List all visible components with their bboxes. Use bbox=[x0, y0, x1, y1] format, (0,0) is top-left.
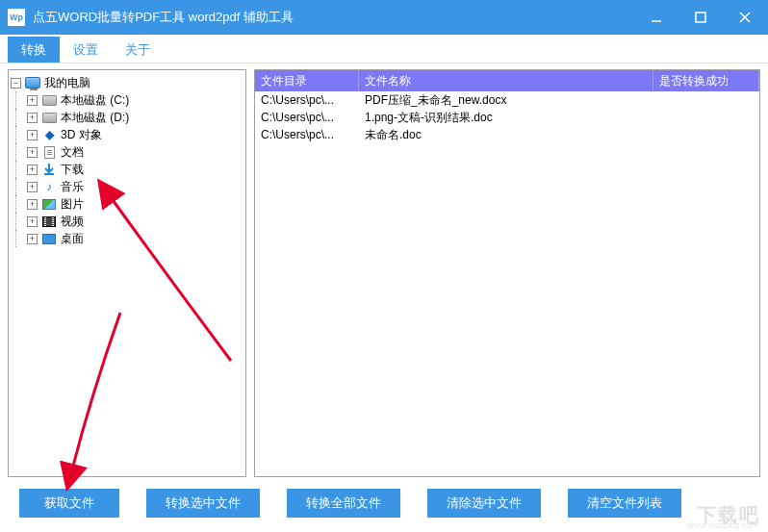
clear-selected-button[interactable]: 清除选中文件 bbox=[427, 489, 541, 518]
cell-dir: C:\Users\pc\... bbox=[255, 111, 359, 124]
cell-dir: C:\Users\pc\... bbox=[255, 93, 359, 107]
expand-icon[interactable]: + bbox=[27, 216, 38, 227]
svg-rect-1 bbox=[696, 13, 705, 22]
cell-name: PDF压缩_未命名_new.docx bbox=[359, 92, 653, 109]
cell-dir: C:\Users\pc\... bbox=[255, 128, 359, 141]
tree-item-disk-c[interactable]: +本地磁盘 (C:) bbox=[11, 91, 243, 109]
window-title: 点五WORD批量转PDF工具 word2pdf 辅助工具 bbox=[33, 9, 647, 26]
disk-icon bbox=[41, 111, 57, 124]
col-header-name[interactable]: 文件名称 bbox=[359, 70, 653, 91]
tree-item-documents[interactable]: +文档 bbox=[11, 143, 243, 161]
tree-root-label: 我的电脑 bbox=[44, 74, 90, 91]
convert-selected-button[interactable]: 转换选中文件 bbox=[146, 489, 260, 518]
collapse-icon[interactable]: − bbox=[11, 78, 21, 89]
list-body[interactable]: C:\Users\pc\... PDF压缩_未命名_new.docx C:\Us… bbox=[255, 91, 759, 476]
desktop-icon bbox=[41, 232, 57, 245]
file-list-panel: 文件目录 文件名称 是否转换成功 C:\Users\pc\... PDF压缩_未… bbox=[254, 69, 760, 477]
main-content: − 我的电脑 +本地磁盘 (C:) +本地磁盘 (D:) +◆3D 对象 +文档… bbox=[0, 63, 768, 485]
expand-icon[interactable]: + bbox=[27, 95, 38, 106]
document-icon bbox=[41, 145, 57, 159]
folder-tree[interactable]: − 我的电脑 +本地磁盘 (C:) +本地磁盘 (D:) +◆3D 对象 +文档… bbox=[8, 69, 246, 477]
3d-icon: ◆ bbox=[41, 128, 57, 141]
tree-item-3d[interactable]: +◆3D 对象 bbox=[11, 126, 243, 143]
picture-icon bbox=[41, 197, 57, 211]
footer-text: 点五系列软件，免费分享使用。 bbox=[0, 527, 768, 532]
button-bar: 获取文件 转换选中文件 转换全部文件 清除选中文件 清空文件列表 bbox=[0, 485, 768, 527]
menu-about[interactable]: 关于 bbox=[112, 37, 164, 63]
window-controls bbox=[647, 8, 755, 27]
list-row[interactable]: C:\Users\pc\... PDF压缩_未命名_new.docx bbox=[255, 91, 759, 109]
menu-settings[interactable]: 设置 bbox=[60, 37, 112, 63]
expand-icon[interactable]: + bbox=[27, 199, 38, 210]
tree-item-pictures[interactable]: +图片 bbox=[11, 195, 243, 213]
tree-root[interactable]: − 我的电脑 bbox=[11, 74, 243, 91]
minimize-button[interactable] bbox=[647, 8, 666, 27]
tree-item-videos[interactable]: +视频 bbox=[11, 213, 243, 230]
cell-name: 1.png-文稿-识别结果.doc bbox=[359, 110, 653, 126]
video-icon bbox=[41, 215, 57, 228]
tree-item-disk-d[interactable]: +本地磁盘 (D:) bbox=[11, 109, 243, 126]
titlebar: Wp 点五WORD批量转PDF工具 word2pdf 辅助工具 bbox=[0, 0, 768, 35]
expand-icon[interactable]: + bbox=[27, 147, 38, 158]
menu-convert[interactable]: 转换 bbox=[8, 37, 60, 63]
convert-all-button[interactable]: 转换全部文件 bbox=[287, 489, 400, 518]
tree-item-desktop[interactable]: +桌面 bbox=[11, 230, 243, 247]
expand-icon[interactable]: + bbox=[27, 113, 38, 123]
disk-icon bbox=[41, 93, 57, 107]
computer-icon bbox=[25, 76, 40, 89]
expand-icon[interactable]: + bbox=[27, 165, 38, 175]
col-header-status[interactable]: 是否转换成功 bbox=[653, 70, 759, 91]
download-icon bbox=[41, 163, 57, 176]
expand-icon[interactable]: + bbox=[27, 182, 38, 192]
get-files-button[interactable]: 获取文件 bbox=[19, 489, 119, 518]
app-icon: Wp bbox=[8, 9, 25, 26]
cell-name: 未命名.doc bbox=[359, 127, 653, 143]
clear-list-button[interactable]: 清空文件列表 bbox=[568, 489, 681, 518]
expand-icon[interactable]: + bbox=[27, 130, 38, 140]
music-icon: ♪ bbox=[41, 180, 57, 193]
tree-item-music[interactable]: +♪音乐 bbox=[11, 178, 243, 195]
tree-item-downloads[interactable]: +下载 bbox=[11, 161, 243, 178]
list-row[interactable]: C:\Users\pc\... 未命名.doc bbox=[255, 126, 759, 143]
list-row[interactable]: C:\Users\pc\... 1.png-文稿-识别结果.doc bbox=[255, 109, 759, 126]
menubar: 转换 设置 关于 bbox=[0, 37, 768, 63]
list-header: 文件目录 文件名称 是否转换成功 bbox=[255, 70, 759, 91]
close-button[interactable] bbox=[735, 8, 755, 27]
col-header-dir[interactable]: 文件目录 bbox=[255, 70, 359, 91]
maximize-button[interactable] bbox=[691, 8, 710, 27]
expand-icon[interactable]: + bbox=[27, 234, 38, 244]
watermark-url: www.xiazaiba.com bbox=[687, 520, 758, 530]
